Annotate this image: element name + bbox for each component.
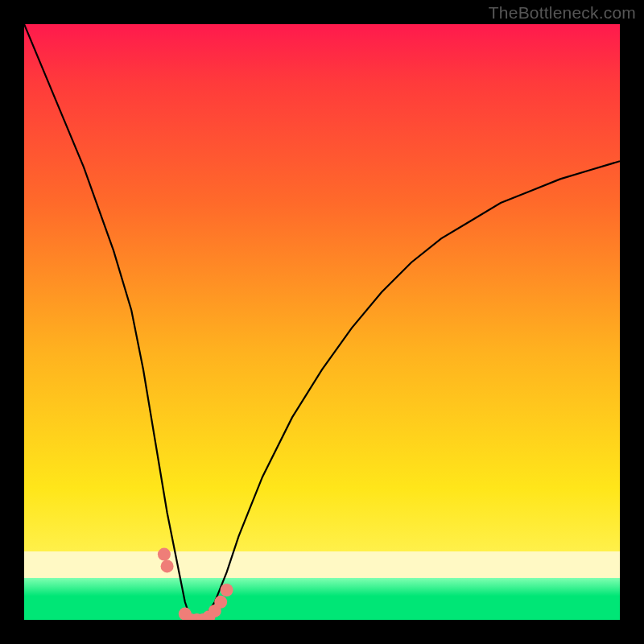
bottleneck-curve	[24, 24, 620, 620]
plot-area	[24, 24, 620, 620]
chart-svg	[24, 24, 620, 620]
bottleneck-curve-path	[24, 24, 620, 620]
highlight-dot	[158, 548, 171, 561]
watermark-text: TheBottleneck.com	[489, 3, 636, 23]
outer-frame: TheBottleneck.com	[0, 0, 644, 644]
highlight-dot	[221, 584, 233, 597]
highlight-dot	[214, 596, 227, 609]
highlight-dot	[161, 559, 174, 572]
